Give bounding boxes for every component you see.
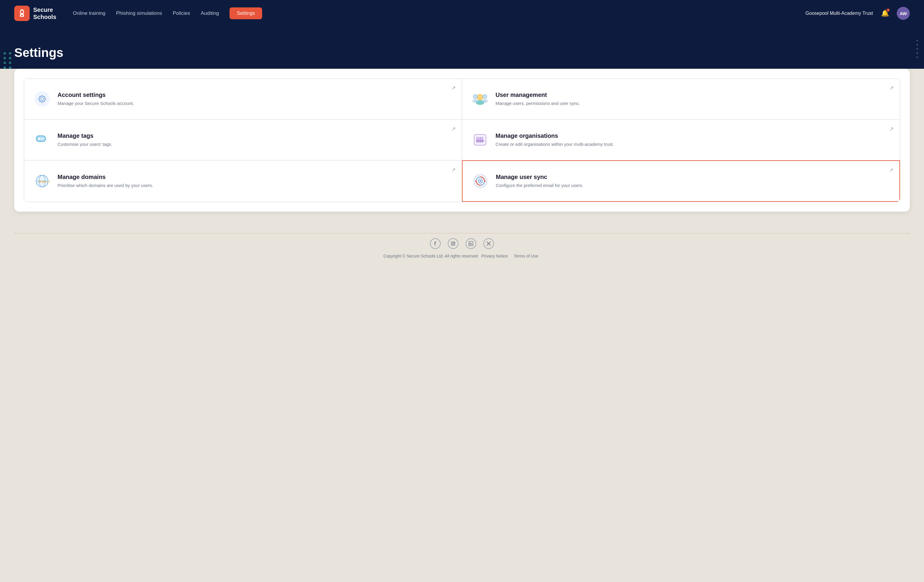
footer: Copyright © Secure Schools Ltd. All righ…: [0, 233, 924, 270]
footer-dot-separator: [0, 226, 924, 233]
manage-user-sync-title: Manage user sync: [496, 174, 891, 181]
account-settings-item[interactable]: Account settings Manage your Secure Scho…: [24, 79, 462, 119]
svg-rect-29: [476, 140, 484, 141]
svg-rect-27: [480, 137, 481, 143]
nav-policies[interactable]: Policies: [173, 10, 190, 16]
svg-point-37: [480, 180, 481, 182]
nav-auditing[interactable]: Auditing: [201, 10, 219, 16]
svg-line-12: [44, 101, 45, 102]
manage-tags-desc: Customise your users' tags.: [58, 141, 454, 147]
logo-icon: [14, 6, 30, 21]
manage-domains-desc: Prioritise which domains are used by you…: [58, 182, 454, 189]
facebook-icon[interactable]: [430, 238, 441, 249]
notification-badge: [886, 8, 890, 12]
manage-organisations-desc: Create or edit organisations within your…: [495, 141, 891, 147]
account-settings-arrow: ↗: [451, 85, 456, 91]
footer-links: Copyright © Secure Schools Ltd. All righ…: [14, 254, 910, 258]
manage-tags-icon: [33, 130, 51, 150]
account-settings-icon: [33, 89, 51, 109]
notifications-button[interactable]: 🔔: [879, 7, 891, 19]
user-management-arrow: ↗: [889, 85, 894, 91]
terms-of-use-link[interactable]: Terms of Use: [514, 254, 538, 258]
svg-line-14: [40, 101, 40, 102]
manage-organisations-title: Manage organisations: [495, 132, 891, 139]
manage-user-sync-arrow: ↗: [889, 167, 893, 173]
svg-point-4: [35, 91, 50, 107]
svg-point-17: [483, 95, 487, 99]
account-settings-title: Account settings: [58, 92, 454, 99]
svg-point-19: [473, 95, 477, 99]
manage-user-sync-item[interactable]: Manage user sync Configure the preferred…: [462, 160, 900, 202]
svg-rect-26: [478, 137, 480, 143]
user-avatar[interactable]: AW: [897, 7, 910, 20]
manage-domains-text: Manage domains Prioritise which domains …: [58, 174, 454, 189]
svg-line-13: [44, 97, 45, 97]
manage-tags-title: Manage tags: [58, 132, 454, 139]
svg-point-3: [21, 15, 23, 16]
manage-tags-arrow: ↗: [451, 126, 456, 132]
manage-organisations-text: Manage organisations Create or edit orga…: [495, 132, 891, 147]
social-icons: [14, 238, 910, 249]
copyright-text: Copyright © Secure Schools Ltd. All righ…: [383, 254, 478, 258]
manage-domains-icon: https://: [33, 172, 51, 191]
manage-organisations-icon: [470, 130, 490, 150]
svg-point-41: [452, 243, 454, 245]
instagram-icon[interactable]: [448, 238, 459, 249]
svg-point-44: [470, 243, 470, 243]
svg-point-20: [472, 99, 478, 103]
nav-phishing-simulations[interactable]: Phishing simulations: [116, 10, 162, 16]
brand-name: Secure Schools: [33, 6, 56, 20]
main-content: Account settings Manage your Secure Scho…: [0, 69, 924, 226]
x-twitter-icon[interactable]: [483, 238, 494, 249]
manage-tags-item[interactable]: Manage tags Customise your users' tags. …: [24, 119, 462, 160]
settings-grid: Account settings Manage your Secure Scho…: [24, 78, 900, 202]
svg-point-15: [477, 95, 483, 100]
user-management-item[interactable]: User management Manage users, permission…: [462, 79, 900, 119]
user-management-icon: [470, 89, 490, 109]
svg-rect-28: [482, 137, 483, 143]
svg-point-22: [38, 138, 40, 140]
manage-user-sync-desc: Configure the preferred email for your u…: [496, 182, 891, 189]
nav-settings[interactable]: Settings: [229, 7, 262, 19]
decorative-dots-left: [3, 52, 12, 69]
manage-domains-title: Manage domains: [58, 174, 454, 181]
svg-rect-23: [40, 138, 45, 140]
account-settings-desc: Manage your Secure Schools account.: [58, 100, 454, 106]
manage-organisations-arrow: ↗: [889, 126, 894, 132]
account-settings-text: Account settings Manage your Secure Scho…: [58, 92, 454, 106]
manage-domains-item[interactable]: https:// Manage domains Prioritise which…: [24, 160, 462, 202]
settings-card: Account settings Manage your Secure Scho…: [14, 69, 910, 212]
manage-user-sync-text: Manage user sync Configure the preferred…: [496, 174, 891, 189]
navbar: Secure Schools Online training Phishing …: [0, 0, 924, 27]
svg-text:https://: https://: [38, 181, 50, 183]
nav-right: Goosepool Multi-Academy Trust 🔔 AW: [805, 7, 910, 20]
svg-point-42: [454, 242, 455, 243]
svg-rect-25: [477, 137, 478, 143]
manage-tags-text: Manage tags Customise your users' tags.: [58, 132, 454, 147]
user-management-text: User management Manage users, permission…: [495, 92, 891, 106]
svg-point-2: [21, 11, 23, 13]
svg-point-18: [482, 99, 488, 103]
nav-links: Online training Phishing simulations Pol…: [73, 7, 806, 19]
decorative-dots-right: [916, 40, 918, 58]
manage-domains-arrow: ↗: [451, 166, 456, 173]
manage-organisations-item[interactable]: Manage organisations Create or edit orga…: [462, 119, 900, 160]
svg-line-11: [40, 97, 40, 97]
logo[interactable]: Secure Schools: [14, 6, 56, 21]
page-title: Settings: [14, 46, 910, 60]
user-management-title: User management: [495, 92, 891, 99]
org-name: Goosepool Multi-Academy Trust: [805, 11, 873, 16]
user-management-desc: Manage users, permissions and user sync.: [495, 100, 891, 106]
manage-user-sync-icon: [471, 172, 490, 191]
linkedin-icon[interactable]: [465, 238, 476, 249]
privacy-notice-link[interactable]: Privacy Notice: [481, 254, 508, 258]
nav-online-training[interactable]: Online training: [73, 10, 106, 16]
